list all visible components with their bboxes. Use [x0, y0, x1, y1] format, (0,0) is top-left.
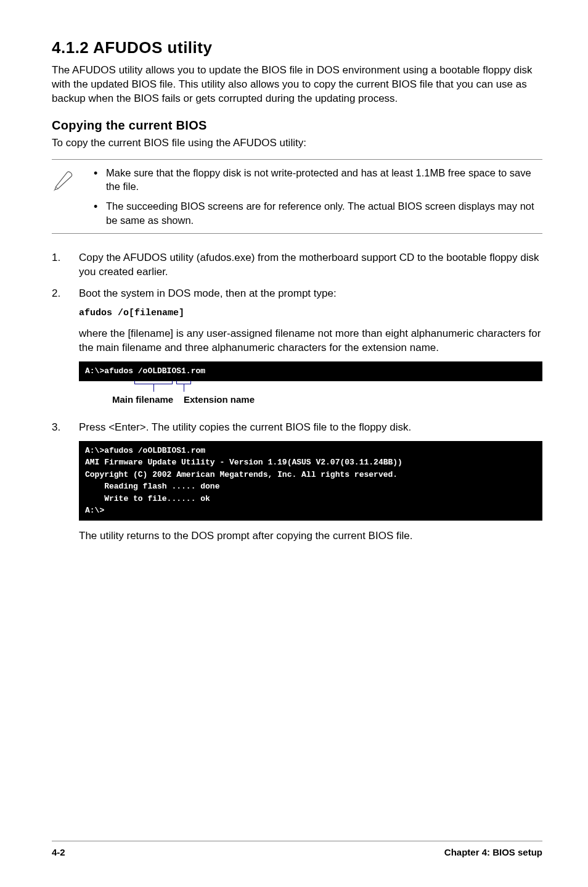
step-2: Boot the system in DOS mode, then at the…: [52, 287, 542, 413]
pencil-icon: [52, 166, 78, 227]
filename-annotation: Main filename Extension name: [79, 384, 542, 413]
subsection-intro: To copy the current BIOS file using the …: [52, 136, 542, 151]
terminal-output: A:\>afudos /oOLDBIOS1.rom AMI Firmware U…: [79, 441, 542, 521]
note-item: The succeeding BIOS screens are for refe…: [89, 199, 542, 227]
terminal-output: A:\>afudos /oOLDBIOS1.rom: [79, 361, 542, 381]
note-list: Make sure that the floppy disk is not wr…: [89, 166, 542, 227]
note-item: Make sure that the floppy disk is not wr…: [89, 166, 542, 194]
note-box: Make sure that the floppy disk is not wr…: [52, 159, 542, 234]
step-text: Copy the AFUDOS utility (afudos.exe) fro…: [79, 252, 539, 278]
step-3: Press <Enter>. The utility copies the cu…: [52, 421, 542, 543]
intro-paragraph: The AFUDOS utility allows you to update …: [52, 64, 542, 106]
main-filename-label: Main filename: [112, 394, 173, 406]
command-text: afudos /o[filename]: [79, 307, 542, 320]
step-text: Press <Enter>. The utility copies the cu…: [79, 421, 411, 433]
step-text: Boot the system in DOS mode, then at the…: [79, 287, 337, 299]
section-heading: 4.1.2 AFUDOS utility: [52, 37, 542, 59]
step-subtext: The utility returns to the DOS prompt af…: [79, 529, 542, 543]
step-subtext: where the [filename] is any user-assigne…: [79, 327, 542, 355]
extension-name-label: Extension name: [184, 394, 255, 406]
step-1: Copy the AFUDOS utility (afudos.exe) fro…: [52, 251, 542, 279]
page-footer: 4-2 Chapter 4: BIOS setup: [52, 841, 542, 859]
page-number: 4-2: [52, 846, 65, 859]
subsection-heading: Copying the current BIOS: [52, 117, 542, 134]
chapter-label: Chapter 4: BIOS setup: [444, 846, 542, 859]
